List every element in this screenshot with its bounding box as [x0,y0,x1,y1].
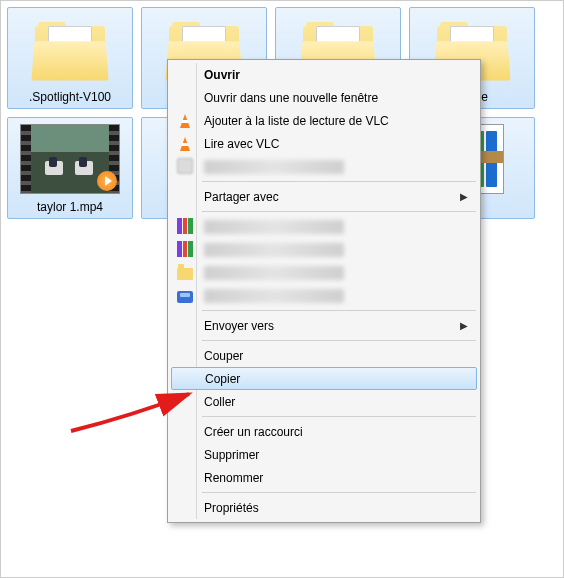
menu-cut[interactable]: Couper [170,344,478,367]
menu-separator [202,340,476,341]
menu-open-new-window[interactable]: Ouvrir dans une nouvelle fenêtre [170,86,478,109]
menu-create-shortcut[interactable]: Créer un raccourci [170,420,478,443]
menu-separator [202,310,476,311]
folder-icon [30,14,110,84]
vlc-icon [176,111,194,129]
menu-item-obscured[interactable] [170,215,478,238]
menu-item-obscured[interactable] [170,261,478,284]
submenu-arrow-icon: ▶ [460,191,468,202]
archive-icon [176,217,194,235]
video-taylor1[interactable]: taylor 1.mp4 [7,117,133,219]
generic-icon [176,157,194,175]
menu-open[interactable]: Ouvrir [170,63,478,86]
menu-properties[interactable]: Propriétés [170,496,478,519]
menu-paste[interactable]: Coller [170,390,478,413]
video-thumbnail [20,124,120,194]
archive-icon [176,240,194,258]
menu-delete[interactable]: Supprimer [170,443,478,466]
vlc-icon [176,134,194,152]
menu-vlc-play[interactable]: Lire avec VLC [170,132,478,155]
play-icon [97,171,117,191]
menu-copy[interactable]: Copier [171,367,477,390]
menu-separator [202,492,476,493]
disk-icon [176,286,194,304]
menu-vlc-add-playlist[interactable]: Ajouter à la liste de lecture de VLC [170,109,478,132]
menu-send-to[interactable]: Envoyer vers ▶ [170,314,478,337]
menu-item-obscured[interactable] [170,238,478,261]
menu-separator [202,211,476,212]
menu-separator [202,181,476,182]
file-label: taylor 1.mp4 [37,200,103,214]
file-label: .Spotlight-V100 [29,90,111,104]
folder-spotlight[interactable]: .Spotlight-V100 [7,7,133,109]
menu-item-obscured[interactable] [170,284,478,307]
menu-share-with[interactable]: Partager avec ▶ [170,185,478,208]
menu-rename[interactable]: Renommer [170,466,478,489]
menu-separator [202,416,476,417]
submenu-arrow-icon: ▶ [460,320,468,331]
context-menu: Ouvrir Ouvrir dans une nouvelle fenêtre … [167,59,481,523]
menu-item-obscured[interactable] [170,155,478,178]
folder-icon [176,263,194,281]
